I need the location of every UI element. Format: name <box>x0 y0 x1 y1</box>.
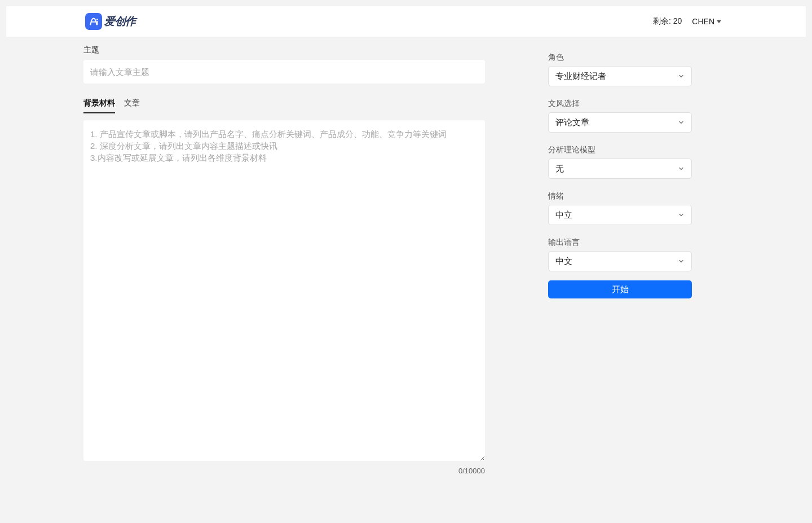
chevron-down-icon <box>678 164 685 174</box>
emotion-value: 中立 <box>555 210 572 221</box>
role-label: 角色 <box>548 52 692 63</box>
subject-input[interactable] <box>83 60 485 83</box>
chevron-down-icon <box>678 72 685 81</box>
role-group: 角色 专业财经记者 <box>548 52 692 86</box>
remaining-count: 剩余: 20 <box>653 16 682 27</box>
theory-select[interactable]: 无 <box>548 159 692 179</box>
emotion-select[interactable]: 中立 <box>548 205 692 225</box>
logo-icon <box>85 13 102 30</box>
subject-label: 主题 <box>83 45 485 55</box>
style-group: 文风选择 评论文章 <box>548 99 692 133</box>
chevron-down-icon <box>678 210 685 220</box>
logo-text: 爱创作 <box>104 14 136 29</box>
main-content: 主题 背景材料 文章 0/10000 角色 专业财经记者 文风选择 评论文章 <box>83 37 729 475</box>
theory-label: 分析理论模型 <box>548 145 692 155</box>
language-select[interactable]: 中文 <box>548 251 692 271</box>
tab-background-material[interactable]: 背景材料 <box>83 98 115 113</box>
chevron-down-icon <box>678 257 685 266</box>
character-count: 0/10000 <box>83 467 485 475</box>
content-tabs: 背景材料 文章 <box>83 98 485 113</box>
language-label: 输出语言 <box>548 238 692 248</box>
logo-area: 爱创作 <box>85 13 136 30</box>
role-select[interactable]: 专业财经记者 <box>548 66 692 86</box>
header-right: 剩余: 20 CHEN <box>653 16 721 27</box>
chevron-down-icon <box>678 118 685 128</box>
right-sidebar: 角色 专业财经记者 文风选择 评论文章 分析理论模型 无 <box>548 45 692 475</box>
user-name: CHEN <box>692 17 714 26</box>
emotion-label: 情绪 <box>548 191 692 201</box>
textarea-wrap: 0/10000 <box>83 120 485 475</box>
theory-value: 无 <box>555 164 564 174</box>
theory-group: 分析理论模型 无 <box>548 145 692 179</box>
style-label: 文风选择 <box>548 99 692 109</box>
tab-article[interactable]: 文章 <box>124 98 140 113</box>
caret-down-icon <box>717 20 721 23</box>
left-column: 主题 背景材料 文章 0/10000 <box>83 45 485 475</box>
svg-point-0 <box>96 19 98 20</box>
language-value: 中文 <box>555 256 572 267</box>
role-value: 专业财经记者 <box>555 71 606 82</box>
style-value: 评论文章 <box>555 117 589 128</box>
style-select[interactable]: 评论文章 <box>548 112 692 133</box>
content-textarea[interactable] <box>83 120 485 461</box>
start-button[interactable]: 开始 <box>548 280 692 298</box>
user-menu-dropdown[interactable]: CHEN <box>692 17 721 26</box>
header-bar: 爱创作 剩余: 20 CHEN <box>6 6 806 37</box>
emotion-group: 情绪 中立 <box>548 191 692 225</box>
language-group: 输出语言 中文 <box>548 238 692 271</box>
